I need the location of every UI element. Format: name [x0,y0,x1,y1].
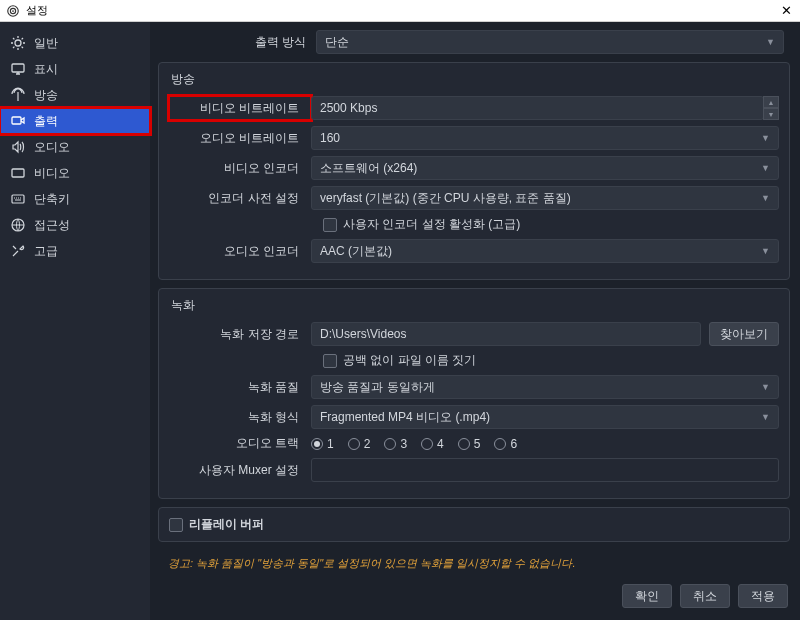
keyboard-icon [10,191,26,207]
record-panel-title: 녹화 [171,297,779,314]
video-encoder-label: 비디오 인코더 [169,160,311,177]
svg-point-3 [15,40,21,46]
sidebar-item-label: 비디오 [34,165,70,182]
sidebar-item-label: 일반 [34,35,58,52]
gear-icon [10,35,26,51]
audio-track-6[interactable] [494,438,506,450]
svg-rect-7 [12,195,24,203]
sidebar-item-label: 오디오 [34,139,70,156]
antenna-icon [10,87,26,103]
sidebar-item-display[interactable]: 표시 [0,56,150,82]
video-bitrate-up[interactable]: ▲ [763,96,779,108]
record-format-value: Fragmented MP4 비디오 (.mp4) [320,409,490,426]
window-title: 설정 [26,3,778,18]
custom-encoder-label: 사용자 인코더 설정 활성화 (고급) [343,216,520,233]
monitor-icon [10,61,26,77]
speaker-icon [10,139,26,155]
sidebar-item-hotkeys[interactable]: 단축키 [0,186,150,212]
sidebar-item-label: 단축키 [34,191,70,208]
sidebar-item-label: 방송 [34,87,58,104]
replay-panel: 리플레이 버퍼 [158,507,790,542]
video-encoder-value: 소프트웨어 (x264) [320,160,417,177]
record-panel: 녹화 녹화 저장 경로 D:\Users\Videos 찾아보기 공백 없이 파… [158,288,790,499]
svg-point-2 [12,10,14,12]
audio-track-5[interactable] [458,438,470,450]
encoder-preset-value: veryfast (기본값) (중간 CPU 사용량, 표준 품질) [320,190,571,207]
video-encoder-dropdown[interactable]: 소프트웨어 (x264) ▼ [311,156,779,180]
sidebar-item-label: 표시 [34,61,58,78]
audio-track-4[interactable] [421,438,433,450]
warning-text: 경고: 녹화 품질이 "방송과 동일"로 설정되어 있으면 녹화를 일시정지할 … [158,550,790,577]
ok-button[interactable]: 확인 [622,584,672,608]
record-quality-label: 녹화 품질 [169,379,311,396]
chevron-down-icon: ▼ [761,382,770,392]
video-icon [10,165,26,181]
audio-bitrate-dropdown[interactable]: 160 ▼ [311,126,779,150]
sidebar-item-output[interactable]: 출력 [0,108,150,134]
video-bitrate-value: 2500 Kbps [320,101,377,115]
sidebar-item-general[interactable]: 일반 [0,30,150,56]
sidebar-item-video[interactable]: 비디오 [0,160,150,186]
cancel-button[interactable]: 취소 [680,584,730,608]
record-path-value: D:\Users\Videos [320,327,406,341]
titlebar: 설정 ✕ [0,0,800,22]
close-button[interactable]: ✕ [778,3,794,18]
globe-icon [10,217,26,233]
sidebar-item-stream[interactable]: 방송 [0,82,150,108]
encoder-preset-label: 인코더 사전 설정 [169,190,311,207]
audio-tracks-label: 오디오 트랙 [169,435,311,452]
record-path-input[interactable]: D:\Users\Videos [311,322,701,346]
audio-tracks-group: 1 2 3 4 5 6 [311,437,517,451]
footer: 확인 취소 적용 [158,578,790,614]
sidebar-item-label: 접근성 [34,217,70,234]
sidebar-item-advanced[interactable]: 고급 [0,238,150,264]
output-icon [10,113,26,129]
output-mode-dropdown[interactable]: 단순 ▼ [316,30,784,54]
audio-track-1[interactable] [311,438,323,450]
audio-bitrate-label: 오디오 비트레이트 [169,130,311,147]
video-bitrate-input[interactable]: 2500 Kbps [311,96,764,120]
video-bitrate-label: 비디오 비트레이트 [169,96,311,120]
tools-icon [10,243,26,259]
replay-buffer-checkbox[interactable] [169,518,183,532]
record-format-label: 녹화 형식 [169,409,311,426]
browse-button[interactable]: 찾아보기 [709,322,779,346]
record-quality-dropdown[interactable]: 방송 품질과 동일하게 ▼ [311,375,779,399]
replay-buffer-label: 리플레이 버퍼 [189,516,264,533]
sidebar-item-accessibility[interactable]: 접근성 [0,212,150,238]
audio-bitrate-value: 160 [320,131,340,145]
video-bitrate-down[interactable]: ▼ [763,108,779,120]
nospace-checkbox[interactable] [323,354,337,368]
stream-panel: 방송 비디오 비트레이트 2500 Kbps ▲ ▼ 오디오 비트레이트 160… [158,62,790,280]
svg-rect-4 [12,64,24,72]
chevron-down-icon: ▼ [761,246,770,256]
custom-encoder-checkbox-row[interactable]: 사용자 인코더 설정 활성화 (고급) [323,216,779,233]
audio-encoder-dropdown[interactable]: AAC (기본값) ▼ [311,239,779,263]
chevron-down-icon: ▼ [766,37,775,47]
output-mode-value: 단순 [325,34,349,51]
custom-encoder-checkbox[interactable] [323,218,337,232]
svg-rect-5 [12,117,21,124]
sidebar-item-audio[interactable]: 오디오 [0,134,150,160]
sidebar: 일반 표시 방송 출력 오디오 비디오 단축키 접근성 [0,22,150,620]
encoder-preset-dropdown[interactable]: veryfast (기본값) (중간 CPU 사용량, 표준 품질) ▼ [311,186,779,210]
app-icon [6,4,20,18]
nospace-checkbox-row[interactable]: 공백 없이 파일 이름 짓기 [323,352,779,369]
record-quality-value: 방송 품질과 동일하게 [320,379,435,396]
muxer-input[interactable] [311,458,779,482]
audio-encoder-value: AAC (기본값) [320,243,392,260]
chevron-down-icon: ▼ [761,412,770,422]
apply-button[interactable]: 적용 [738,584,788,608]
record-path-label: 녹화 저장 경로 [169,326,311,343]
stream-panel-title: 방송 [171,71,779,88]
audio-track-2[interactable] [348,438,360,450]
chevron-down-icon: ▼ [761,163,770,173]
nospace-label: 공백 없이 파일 이름 짓기 [343,352,476,369]
audio-encoder-label: 오디오 인코더 [169,243,311,260]
record-format-dropdown[interactable]: Fragmented MP4 비디오 (.mp4) ▼ [311,405,779,429]
svg-rect-6 [12,169,24,177]
audio-track-3[interactable] [384,438,396,450]
sidebar-item-label: 고급 [34,243,58,260]
muxer-label: 사용자 Muxer 설정 [169,462,311,479]
chevron-down-icon: ▼ [761,133,770,143]
